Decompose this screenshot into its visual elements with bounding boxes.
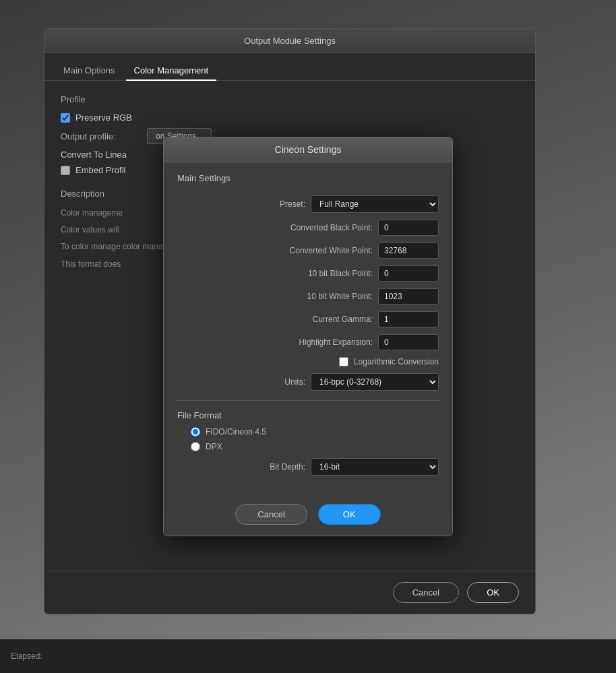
preset-label: Preset: bbox=[191, 199, 305, 209]
file-format-section: File Format FIDO/Cineon 4.5 DPX Bit Dept… bbox=[177, 410, 439, 476]
main-settings-title: Main Settings bbox=[177, 173, 439, 186]
cineon-footer: Cancel OK bbox=[164, 496, 452, 536]
fido-cineon-label: FIDO/Cineon 4.5 bbox=[206, 427, 266, 437]
dpx-radio[interactable] bbox=[191, 442, 200, 451]
ten-bit-black-row: 10 bit Black Point: bbox=[177, 265, 439, 282]
gamma-input[interactable] bbox=[378, 311, 439, 327]
converted-white-row: Converted White Point: bbox=[177, 243, 439, 259]
gamma-label: Current Gamma: bbox=[258, 315, 373, 324]
gamma-row: Current Gamma: bbox=[177, 311, 439, 327]
converted-black-input[interactable] bbox=[378, 220, 439, 236]
preset-row: Preset: Full Range Custom Log bbox=[177, 195, 439, 213]
ten-bit-white-input[interactable] bbox=[378, 288, 439, 305]
converted-white-label: Converted White Point: bbox=[258, 246, 373, 255]
converted-white-input[interactable] bbox=[378, 243, 439, 259]
converted-black-label: Converted Black Point: bbox=[258, 223, 373, 232]
section-divider bbox=[177, 400, 439, 401]
cineon-modal-title: Cineon Settings bbox=[164, 137, 452, 162]
cineon-body: Main Settings Preset: Full Range Custom … bbox=[164, 162, 452, 496]
cineon-overlay: Cineon Settings Main Settings Preset: Fu… bbox=[0, 0, 616, 673]
log-conversion-label: Logarithmic Conversion bbox=[354, 357, 439, 366]
units-label: Units: bbox=[191, 377, 305, 387]
log-conversion-checkbox[interactable] bbox=[339, 357, 348, 366]
dpx-label: DPX bbox=[206, 442, 222, 451]
units-select[interactable]: 16-bpc (0-32768) 8-bpc (0-255) Float (0-… bbox=[311, 373, 439, 391]
converted-black-row: Converted Black Point: bbox=[177, 220, 439, 236]
fido-cineon-row: FIDO/Cineon 4.5 bbox=[191, 427, 439, 437]
highlight-input[interactable] bbox=[378, 334, 439, 350]
cineon-settings-modal: Cineon Settings Main Settings Preset: Fu… bbox=[163, 137, 453, 536]
fido-cineon-radio[interactable] bbox=[191, 427, 200, 437]
dpx-row: DPX bbox=[191, 442, 439, 451]
bit-depth-select[interactable]: 16-bit 10-bit 8-bit bbox=[311, 458, 439, 476]
bit-depth-row: Bit Depth: 16-bit 10-bit 8-bit bbox=[177, 458, 439, 476]
ten-bit-black-input[interactable] bbox=[378, 265, 439, 282]
highlight-row: Highlight Expansion: bbox=[177, 334, 439, 350]
ten-bit-white-label: 10 bit White Point: bbox=[258, 292, 373, 301]
ten-bit-white-row: 10 bit White Point: bbox=[177, 288, 439, 305]
bit-depth-label: Bit Depth: bbox=[191, 462, 305, 472]
log-conversion-row: Logarithmic Conversion bbox=[177, 357, 439, 366]
cineon-cancel-button[interactable]: Cancel bbox=[235, 504, 307, 525]
units-row: Units: 16-bpc (0-32768) 8-bpc (0-255) Fl… bbox=[177, 373, 439, 391]
highlight-label: Highlight Expansion: bbox=[258, 338, 373, 347]
cineon-ok-button[interactable]: OK bbox=[318, 504, 381, 525]
preset-select[interactable]: Full Range Custom Log bbox=[311, 195, 439, 213]
file-format-title: File Format bbox=[177, 410, 439, 420]
ten-bit-black-label: 10 bit Black Point: bbox=[258, 269, 373, 278]
